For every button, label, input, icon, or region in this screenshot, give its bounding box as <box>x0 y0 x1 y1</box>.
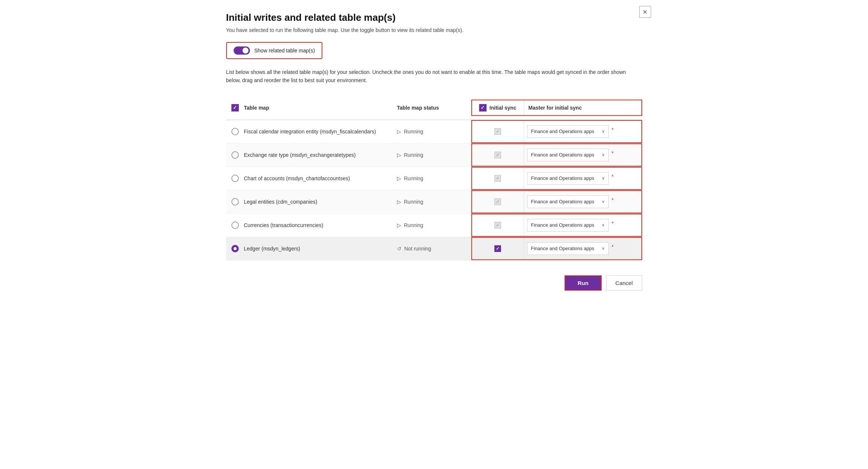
header-tablemap: Table map <box>244 105 397 111</box>
footer: Run Cancel <box>226 275 642 291</box>
row-right-6: Finance and Operations apps∨* <box>471 237 642 260</box>
required-star-5: * <box>612 220 614 226</box>
row-name-3: Chart of accounts (msdyn_chartofaccounts… <box>244 175 397 181</box>
radio-circle-2[interactable] <box>231 151 239 159</box>
chevron-down-icon: ∨ <box>602 152 605 157</box>
table-row: Legal entities (cdm_companies)▷ RunningF… <box>226 190 642 214</box>
radio-circle-1[interactable] <box>231 128 239 135</box>
row-initial-2[interactable] <box>472 144 524 166</box>
row-initial-3[interactable] <box>472 168 524 189</box>
required-star-4: * <box>612 197 614 203</box>
row-radio-3[interactable] <box>226 175 244 182</box>
table-rows: Fiscal calendar integration entity (msdy… <box>226 120 642 261</box>
initial-sync-header-check[interactable]: ✓ <box>479 104 487 111</box>
select-value: Finance and Operations apps <box>531 175 595 181</box>
row-master-5: Finance and Operations apps∨* <box>524 219 641 232</box>
row-master-4: Finance and Operations apps∨* <box>524 195 641 208</box>
row-status-2: ▷ Running <box>397 152 471 158</box>
chevron-down-icon: ∨ <box>602 129 605 134</box>
table-row: Ledger (msdyn_ledgers)↺ Not runningFinan… <box>226 237 642 261</box>
required-star-3: * <box>612 174 614 179</box>
row-radio-4[interactable] <box>226 198 244 206</box>
row-radio-6[interactable] <box>226 245 244 252</box>
select-value: Finance and Operations apps <box>531 246 595 251</box>
status-text: Running <box>404 152 423 158</box>
checkbox-3[interactable] <box>494 175 501 182</box>
master-select-1[interactable]: Finance and Operations apps∨ <box>527 125 609 138</box>
table-header: ✓ Table map Table map status ✓ Initial s… <box>226 96 642 120</box>
row-radio-5[interactable] <box>226 221 244 229</box>
checkbox-6[interactable] <box>494 245 501 252</box>
row-master-6: Finance and Operations apps∨* <box>524 242 641 255</box>
status-text: Running <box>404 175 423 181</box>
status-icon-run: ▷ <box>397 152 401 158</box>
row-radio-1[interactable] <box>226 128 244 135</box>
row-initial-1[interactable] <box>472 121 524 142</box>
row-status-6: ↺ Not running <box>397 246 471 252</box>
radio-circle-4[interactable] <box>231 198 239 206</box>
row-initial-5[interactable] <box>472 214 524 236</box>
status-text: Running <box>404 129 423 135</box>
row-right-2: Finance and Operations apps∨* <box>471 143 642 166</box>
header-status: Table map status <box>397 105 471 111</box>
select-value: Finance and Operations apps <box>531 199 595 204</box>
cancel-button[interactable]: Cancel <box>606 275 642 291</box>
row-name-6: Ledger (msdyn_ledgers) <box>244 246 397 252</box>
table-row: Chart of accounts (msdyn_chartofaccounts… <box>226 167 642 190</box>
row-right-5: Finance and Operations apps∨* <box>471 214 642 237</box>
row-status-5: ▷ Running <box>397 222 471 228</box>
table-row: Fiscal calendar integration entity (msdy… <box>226 120 642 143</box>
row-status-3: ▷ Running <box>397 175 471 181</box>
header-checkbox-col: ✓ <box>226 104 244 111</box>
toggle-switch[interactable] <box>234 46 250 55</box>
master-select-3[interactable]: Finance and Operations apps∨ <box>527 172 609 185</box>
required-star-6: * <box>612 244 614 250</box>
row-initial-6[interactable] <box>472 238 524 259</box>
master-select-6[interactable]: Finance and Operations apps∨ <box>527 242 609 255</box>
status-icon-notrun: ↺ <box>397 246 402 252</box>
row-name-5: Currencies (transactioncurrencies) <box>244 222 397 228</box>
table-row: Exchange rate type (msdyn_exchangeratety… <box>226 143 642 167</box>
chevron-down-icon: ∨ <box>602 199 605 204</box>
master-select-4[interactable]: Finance and Operations apps∨ <box>527 195 609 208</box>
header-master: Master for initial sync <box>524 100 641 115</box>
status-icon-run: ▷ <box>397 175 401 181</box>
close-button[interactable]: ✕ <box>639 6 651 18</box>
row-name-4: Legal entities (cdm_companies) <box>244 199 397 205</box>
table-row: Currencies (transactioncurrencies)▷ Runn… <box>226 214 642 237</box>
chevron-down-icon: ∨ <box>602 176 605 181</box>
row-name-2: Exchange rate type (msdyn_exchangeratety… <box>244 152 397 158</box>
select-value: Finance and Operations apps <box>531 152 595 158</box>
required-star-1: * <box>612 127 614 133</box>
checkbox-1[interactable] <box>494 128 501 135</box>
radio-circle-5[interactable] <box>231 221 239 229</box>
checkbox-2[interactable] <box>494 152 501 158</box>
row-initial-4[interactable] <box>472 191 524 213</box>
row-right-4: Finance and Operations apps∨* <box>471 190 642 213</box>
status-text: Running <box>404 222 423 228</box>
checkbox-5[interactable] <box>494 222 501 229</box>
chevron-down-icon: ∨ <box>602 246 605 251</box>
row-master-2: Finance and Operations apps∨* <box>524 149 641 161</box>
dialog-subtitle: You have selected to run the following t… <box>226 27 642 33</box>
select-value: Finance and Operations apps <box>531 129 595 134</box>
checkbox-4[interactable] <box>494 198 501 205</box>
radio-circle-3[interactable] <box>231 175 239 182</box>
master-select-2[interactable]: Finance and Operations apps∨ <box>527 149 609 161</box>
row-radio-2[interactable] <box>226 151 244 159</box>
status-icon-run: ▷ <box>397 222 401 228</box>
status-icon-run: ▷ <box>397 129 401 135</box>
header-initial-sync: ✓ Initial sync <box>472 100 524 115</box>
row-status-1: ▷ Running <box>397 129 471 135</box>
header-check-all[interactable]: ✓ <box>231 104 239 111</box>
dialog-title: Initial writes and related table map(s) <box>226 12 642 23</box>
toggle-label: Show related table map(s) <box>254 48 315 54</box>
row-status-4: ▷ Running <box>397 199 471 205</box>
dialog-container: ✕ Initial writes and related table map(s… <box>211 0 657 469</box>
run-button[interactable]: Run <box>565 275 602 291</box>
status-text: Not running <box>404 246 431 252</box>
radio-circle-6[interactable] <box>231 245 239 252</box>
row-master-1: Finance and Operations apps∨* <box>524 125 641 138</box>
master-select-5[interactable]: Finance and Operations apps∨ <box>527 219 609 232</box>
toggle-container[interactable]: Show related table map(s) <box>226 42 322 59</box>
